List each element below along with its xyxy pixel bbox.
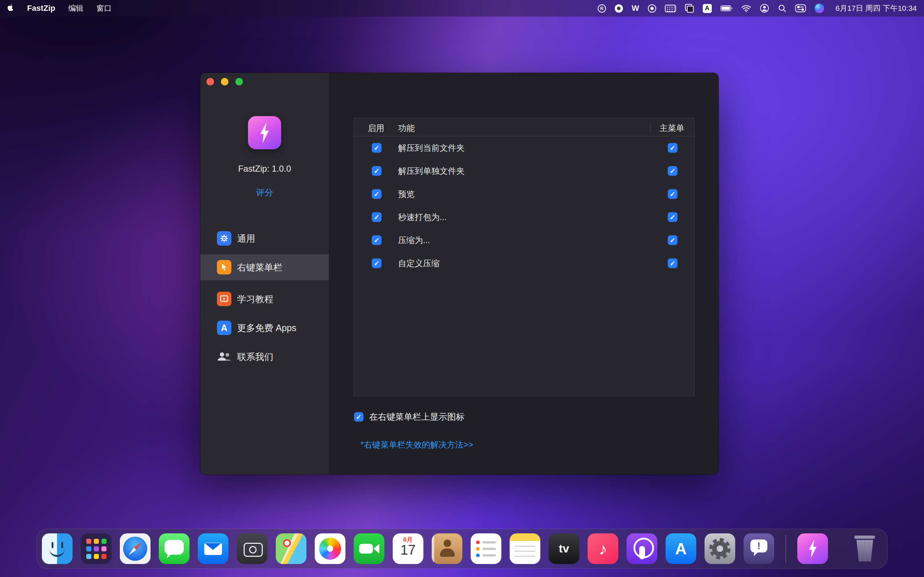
fastzip-app-icon [248, 116, 281, 149]
cursor-icon [217, 260, 231, 274]
shutter-icon[interactable] [648, 4, 656, 13]
keyboard-icon[interactable] [665, 5, 676, 12]
apple-menu[interactable] [7, 3, 14, 13]
menu-edit[interactable]: 编辑 [68, 3, 83, 13]
enable-checkbox[interactable] [372, 166, 381, 176]
dock-launchpad-icon[interactable] [81, 533, 111, 564]
header-enable: 启用 [368, 122, 384, 134]
dock-mail-icon[interactable] [198, 533, 228, 564]
enable-checkbox[interactable] [372, 259, 381, 268]
show-icon-checkbox[interactable] [354, 412, 363, 422]
header-main-menu: 主菜单 [659, 122, 684, 134]
dock-calendar-icon[interactable]: 6月 17 [393, 533, 423, 564]
menu-bar-left: FastZip 编辑 窗口 [7, 3, 111, 13]
sidebar-item-context-menu[interactable]: 右键菜单栏 [200, 254, 329, 280]
dock-notes-icon[interactable] [510, 533, 540, 564]
zoom-button[interactable] [235, 78, 243, 85]
feature-label: 预览 [398, 189, 415, 200]
fastzip-window: FastZip: 1.0.0 评分 通用 右键菜单栏 学习教程 [200, 73, 719, 475]
gear-icon [217, 231, 231, 246]
people-icon [217, 350, 231, 364]
main-menu-checkbox[interactable] [668, 235, 677, 245]
w-icon[interactable]: W [632, 3, 639, 13]
menu-bar-clock[interactable]: 6月17日 周四 下午10:34 [835, 3, 917, 13]
dock-trash-icon[interactable] [849, 533, 880, 564]
dock-safari-icon[interactable] [120, 533, 150, 564]
r-badge-icon[interactable]: R [598, 4, 606, 13]
spotlight-icon[interactable] [778, 4, 787, 13]
dock-podcasts-icon[interactable] [627, 533, 657, 564]
sidebar-item-contact-us[interactable]: 联系我们 [200, 344, 329, 370]
rate-link[interactable]: 评分 [200, 187, 329, 198]
sidebar-item-general[interactable]: 通用 [200, 226, 329, 251]
wifi-icon[interactable] [741, 5, 751, 12]
dock: 6月 17 tv A [36, 529, 888, 569]
sidebar-item-label: 学习教程 [237, 293, 273, 305]
dock-appstore-icon[interactable]: A [666, 533, 696, 564]
sidebar-item-label: 联系我们 [237, 351, 273, 363]
dock-fastzip-icon[interactable] [797, 533, 828, 564]
main-menu-checkbox[interactable] [668, 259, 677, 268]
calendar-month: 6月 [403, 537, 412, 543]
desktop-wallpaper: FastZip 编辑 窗口 R W A [0, 0, 924, 577]
tutorial-icon [217, 292, 231, 306]
dock-tv-icon[interactable]: tv [549, 533, 579, 564]
dock-photos-icon[interactable] [315, 533, 346, 564]
lightning-bolt-icon [257, 122, 272, 143]
menu-bar-right: R W A 6月17日 周四 下午10:34 [598, 3, 917, 13]
enable-checkbox[interactable] [372, 143, 381, 153]
show-icon-row: 在右键菜单栏上显示图标 [354, 411, 465, 423]
dock-finder-icon[interactable] [42, 533, 73, 564]
dock-music-icon[interactable] [588, 533, 618, 564]
menu-bar: FastZip 编辑 窗口 R W A [0, 0, 924, 16]
calendar-day: 17 [400, 543, 415, 558]
appstore-icon: A [217, 321, 231, 335]
enable-checkbox[interactable] [372, 189, 381, 199]
dock-feedback-assistant-icon[interactable] [743, 533, 774, 564]
show-icon-label: 在右键菜单栏上显示图标 [369, 411, 465, 423]
table-row: 压缩为... [354, 229, 694, 252]
enable-checkbox[interactable] [372, 213, 381, 222]
context-menu-help-link[interactable]: *右键菜单栏失效的解决方法>> [360, 439, 473, 450]
layers-icon[interactable] [685, 3, 694, 13]
sidebar-item-tutorial[interactable]: 学习教程 [200, 286, 329, 312]
table-row: 自定义压缩 [354, 252, 694, 275]
control-center-icon[interactable] [795, 4, 806, 12]
main-menu-checkbox[interactable] [668, 189, 677, 199]
table-row: 秒速打包为... [354, 206, 694, 229]
dock-facetime-icon[interactable] [354, 533, 384, 564]
minimize-button[interactable] [221, 78, 228, 85]
dock-maps-icon[interactable] [276, 533, 307, 564]
close-button[interactable] [207, 78, 214, 85]
appstore-letter: A [675, 540, 687, 558]
dock-separator [785, 535, 786, 563]
header-feature: 功能 [398, 122, 415, 134]
app-version-label: FastZip: 1.0.0 [200, 164, 329, 174]
sidebar-item-label: 更多免费 Apps [237, 322, 296, 334]
input-source-icon[interactable]: A [703, 4, 712, 13]
main-menu-checkbox[interactable] [668, 143, 677, 153]
lightning-bolt-icon [806, 540, 820, 558]
settings-content: 启用 功能 主菜单 解压到当前文件夹 解压到单独文件夹 预 [329, 73, 719, 475]
main-menu-checkbox[interactable] [668, 213, 677, 222]
enable-checkbox[interactable] [372, 235, 381, 245]
user-icon[interactable] [760, 3, 769, 13]
dock-system-preferences-icon[interactable] [704, 533, 735, 564]
dock-screenshot-icon[interactable] [237, 533, 267, 564]
sidebar-item-label: 通用 [237, 233, 255, 245]
sidebar-item-more-apps[interactable]: A 更多免费 Apps [200, 315, 329, 341]
table-row: 解压到单独文件夹 [354, 160, 694, 182]
app-menu-fastzip[interactable]: FastZip [27, 3, 55, 13]
disc-icon[interactable] [615, 4, 623, 13]
feature-label: 压缩为... [398, 235, 430, 246]
main-menu-checkbox[interactable] [668, 166, 677, 176]
menu-window[interactable]: 窗口 [96, 3, 111, 13]
feature-label: 自定义压缩 [398, 258, 439, 269]
traffic-lights [207, 78, 243, 85]
siri-icon[interactable] [815, 3, 824, 13]
dock-messages-icon[interactable] [159, 533, 189, 564]
dock-reminders-icon[interactable] [471, 533, 501, 564]
battery-icon[interactable] [720, 5, 733, 11]
dock-contacts-icon[interactable] [432, 533, 462, 564]
sidebar: FastZip: 1.0.0 评分 通用 右键菜单栏 学习教程 [200, 73, 329, 475]
